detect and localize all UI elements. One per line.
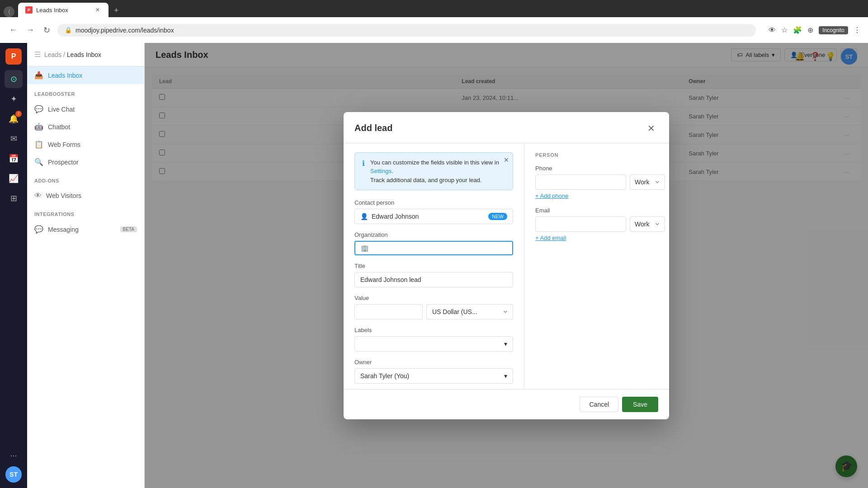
info-text-before: You can customize the fields visible in … — [370, 159, 499, 166]
sidebar-item-prospector[interactable]: 🔍 Prospector — [27, 153, 144, 171]
owner-value: Sarah Tyler (You) — [360, 372, 409, 380]
web-forms-icon: 📋 — [34, 140, 43, 149]
info-subtext: Track additional data, and group your le… — [370, 177, 482, 183]
value-row: US Dollar (US... EUR GBP — [354, 304, 513, 319]
live-chat-icon: 💬 — [34, 105, 43, 113]
browser-tab[interactable]: P Leads Inbox ✕ — [18, 3, 108, 17]
eye-off-icon[interactable]: 👁 — [769, 26, 776, 34]
add-email-link[interactable]: + Add email — [535, 235, 566, 241]
email-group: Email Work Home Other + Add email — [535, 207, 658, 242]
tab-close-button[interactable]: ✕ — [94, 6, 101, 14]
title-input[interactable] — [354, 272, 513, 287]
info-banner: ℹ You can customize the fields visible i… — [354, 152, 513, 191]
email-row: Work Home Other — [535, 216, 658, 232]
sidebar-item-more[interactable]: ··· — [5, 446, 23, 465]
add-phone-link[interactable]: + Add phone — [535, 192, 568, 199]
sidebar-item-stats[interactable]: 📈 — [5, 169, 23, 188]
refresh-button[interactable]: ↻ — [42, 23, 52, 37]
sidebar-item-mail[interactable]: ✉ — [5, 130, 23, 148]
address-input-wrapper[interactable]: 🔒 moodjoy.pipedrive.com/leads/inbox — [57, 24, 756, 37]
contact-person-field[interactable]: 👤 Edward Johnson NEW — [354, 209, 513, 224]
currency-select[interactable]: US Dollar (US... EUR GBP — [426, 304, 513, 319]
menu-dots-icon[interactable]: ⋮ — [854, 26, 861, 34]
notification-badge: 7 — [15, 111, 22, 117]
browser-chrome: ⟨ P Leads Inbox ✕ + ← → ↻ 🔒 moodjoy.pipe… — [0, 0, 868, 43]
sidebar-item-label: Prospector — [48, 159, 79, 166]
info-banner-close-button[interactable]: ✕ — [504, 156, 509, 164]
beta-badge: BETA — [120, 226, 137, 232]
modal-left-panel: ℹ You can customize the fields visible i… — [344, 143, 524, 389]
bookmark-icon[interactable]: ☆ — [781, 26, 788, 34]
tab-favicon: P — [25, 6, 33, 14]
sidebar-item-label: Leads Inbox — [48, 72, 82, 79]
sidebar-item-home[interactable]: ⊙ — [5, 70, 23, 88]
info-icon: ℹ — [362, 159, 365, 185]
address-bar: ← → ↻ 🔒 moodjoy.pipedrive.com/leads/inbo… — [0, 17, 868, 43]
organization-label: Organization — [354, 231, 513, 238]
web-visitors-icon: 👁 — [34, 192, 42, 200]
modal-right-panel: PERSON Phone Work Home Other — [524, 143, 669, 389]
new-badge: NEW — [488, 213, 507, 220]
profile-icon[interactable]: ⊕ — [807, 26, 813, 34]
owner-label: Owner — [354, 359, 513, 366]
app-container: P ⊙ ✦ 🔔 7 ✉ 📅 📈 ⊞ ··· ST ☰ Leads / Leads… — [0, 43, 868, 488]
settings-link[interactable]: Settings — [370, 168, 392, 174]
sidebar-item-label: Chatbot — [48, 123, 70, 131]
add-lead-modal: Add lead ✕ ℹ You can customize the field… — [344, 112, 669, 419]
title-label: Title — [354, 263, 513, 269]
sidebar-item-messaging[interactable]: 💬 Messaging BETA — [27, 221, 144, 238]
modal-close-button[interactable]: ✕ — [644, 121, 658, 136]
organization-input[interactable] — [372, 244, 507, 252]
main-content: Leads Inbox 🏷 All labels ▾ 👤 Everyone ▾ … — [145, 43, 868, 488]
new-tab-button[interactable]: + — [110, 4, 123, 17]
back-button[interactable]: ← — [7, 23, 19, 37]
app-logo[interactable]: P — [5, 48, 22, 65]
sidebar-item-leads[interactable]: ✦ — [5, 90, 23, 108]
title-group: Title — [354, 263, 513, 287]
email-type-select[interactable]: Work Home Other — [630, 216, 665, 232]
forward-button[interactable]: → — [24, 23, 36, 37]
phone-group: Phone Work Home Other + Add phone — [535, 165, 658, 200]
integrations-section-title: INTEGRATIONS — [27, 204, 144, 221]
phone-label: Phone — [535, 165, 658, 172]
sidebar-item-live-chat[interactable]: 💬 Live Chat — [27, 100, 144, 118]
labels-label: Labels — [354, 327, 513, 333]
sidebar-item-web-visitors[interactable]: 👁 Web Visitors — [27, 187, 144, 204]
labels-select[interactable]: ▾ — [354, 336, 513, 352]
secondary-sidebar-header: ☰ Leads / Leads Inbox — [27, 43, 144, 66]
owner-select[interactable]: Sarah Tyler (You) ▾ — [354, 368, 513, 384]
cancel-button[interactable]: Cancel — [580, 397, 618, 412]
phone-input[interactable] — [535, 174, 626, 190]
sidebar-item-notifications[interactable]: 🔔 7 — [5, 110, 23, 128]
sidebar-item-leads-inbox[interactable]: 📥 Leads Inbox — [27, 66, 144, 84]
sidebar-bottom: ··· ST — [5, 446, 23, 483]
organization-field[interactable]: 🏢 — [354, 241, 513, 255]
modal-title: Add lead — [354, 123, 392, 133]
phone-row: Work Home Other — [535, 174, 658, 190]
sidebar-item-calendar[interactable]: 📅 — [5, 150, 23, 168]
email-label: Email — [535, 207, 658, 214]
sidebar-toggle-icon[interactable]: ☰ — [34, 50, 41, 59]
sidebar-item-grid[interactable]: ⊞ — [5, 189, 23, 207]
modal-body: ℹ You can customize the fields visible i… — [344, 143, 669, 389]
chevron-down-icon: ▾ — [504, 340, 507, 347]
breadcrumb: Leads / Leads Inbox — [44, 51, 101, 58]
person-section-title: PERSON — [535, 152, 658, 158]
sidebar-item-web-forms[interactable]: 📋 Web Forms — [27, 136, 144, 153]
person-icon: 👤 — [360, 213, 368, 220]
avatar[interactable]: ST — [5, 466, 22, 483]
sidebar-item-chatbot[interactable]: 🤖 Chatbot — [27, 118, 144, 136]
info-text-after: . — [392, 168, 393, 174]
leadbooster-section-title: LEADBOOSTER — [27, 84, 144, 100]
organization-group: Organization 🏢 — [354, 231, 513, 255]
value-group: Value US Dollar (US... EUR GBP — [354, 295, 513, 319]
contact-name-value: Edward Johnson — [372, 213, 485, 220]
phone-type-select[interactable]: Work Home Other — [630, 174, 665, 190]
address-text: moodjoy.pipedrive.com/leads/inbox — [75, 27, 749, 34]
email-input[interactable] — [535, 216, 626, 232]
main-sidebar: P ⊙ ✦ 🔔 7 ✉ 📅 📈 ⊞ ··· ST — [0, 43, 27, 488]
messaging-icon: 💬 — [34, 225, 43, 234]
value-input[interactable] — [354, 304, 423, 319]
extension-icon[interactable]: 🧩 — [793, 26, 802, 34]
save-button[interactable]: Save — [622, 397, 658, 412]
